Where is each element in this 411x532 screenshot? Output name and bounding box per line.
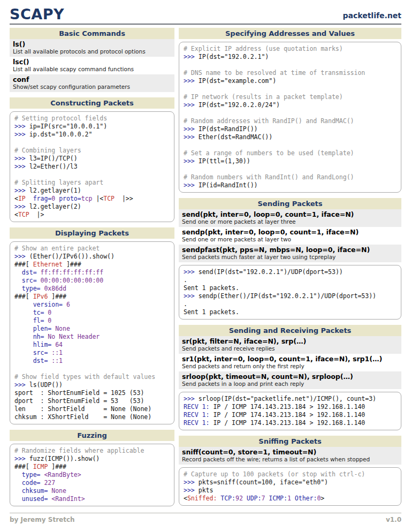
code-token: >>> — [14, 381, 29, 389]
code-token: 227 — [44, 479, 55, 487]
section-displaying-packets: Displaying Packets# Show an entire packe… — [10, 227, 174, 424]
code-token: IP(dst=RandIP()) — [199, 125, 258, 133]
code-token: Sent 1 packets. — [184, 284, 239, 292]
section-header-specifying-addresses-and-values: Specifying Addresses and Values — [179, 28, 401, 39]
code-line: ###[ Ethernet ]### — [14, 261, 170, 269]
code-token: RECV 1: — [184, 419, 209, 427]
code-token: 0 — [48, 309, 51, 316]
code-line: >>> Ether(dst=RandMAC()) — [184, 133, 397, 141]
code-token: src= — [22, 277, 37, 284]
code-token — [14, 471, 22, 478]
code-line — [14, 171, 170, 179]
code-block: # Show an entire packet>>> (Ether()/IPv6… — [10, 241, 174, 424]
code-line: Sent 1 packets. — [184, 284, 397, 292]
code-token: type= — [22, 285, 41, 292]
code-line: # Setting protocol fields — [14, 115, 170, 123]
code-token: IP(dst="example.com") — [199, 77, 276, 85]
command-name: sniff(count=0, store=1, timeout=N) — [182, 448, 398, 456]
code-token — [37, 277, 41, 284]
code-token: ###[ — [14, 463, 33, 470]
code-line: >>> srloop(IP(dst="packetlife.net")/ICMP… — [184, 395, 397, 403]
section-header-basic-commands: Basic Commands — [10, 28, 174, 39]
code-token: Sniffed: — [187, 495, 217, 502]
footer-author: by Jeremy Stretch — [10, 516, 75, 523]
code-token: # IP network (results in a packet templa… — [184, 93, 343, 101]
code-block: # Randomize fields where applicable>>> f… — [10, 444, 174, 506]
code-line: Sent 1 packets. — [184, 308, 397, 316]
cheatsheet-page: SCAPY packetlife.net Basic Commandsls()L… — [0, 0, 411, 523]
code-line: >>> IP(id=RandInt()) — [184, 181, 397, 189]
code-line: dport : ShortEnumField = 53 (53) — [14, 397, 170, 405]
code-token — [14, 333, 33, 340]
section-header-sniffing-packets: Sniffing Packets — [179, 436, 401, 447]
code-token: send(IP(dst="192.0.2.1")/UDP(dport=53)) — [199, 268, 343, 276]
code-token: l2.getlayer(1) — [29, 187, 81, 194]
command-row: srloop(pkt, timeout=N, count=N), srploop… — [179, 371, 401, 389]
section-fuzzing: Fuzzing# Randomize fields where applicab… — [10, 430, 174, 506]
code-line: hlim= 64 — [14, 341, 170, 349]
code-token — [14, 495, 22, 503]
code-line: fl= 0 — [14, 317, 170, 325]
code-line: <IP frag=0 proto=tcp |<TCP |>> — [14, 195, 170, 203]
code-token: >>> — [184, 101, 199, 109]
code-token: # Combining layers — [14, 147, 81, 154]
code-token: 0 — [48, 317, 51, 324]
code-token: src= — [33, 349, 48, 356]
code-token: pkts — [199, 487, 214, 494]
code-line: dst= ff:ff:ff:ff:ff:ff — [14, 269, 170, 277]
code-token: >>> — [14, 455, 29, 462]
command-description: Send packets much faster at layer two us… — [182, 254, 398, 261]
code-line: # Show an entire packet — [14, 245, 170, 253]
code-token: >>> — [14, 155, 29, 162]
code-line — [184, 109, 397, 117]
code-line: dst= ::1 — [14, 357, 170, 365]
code-token: ]### — [48, 293, 66, 300]
code-token: ICMP: — [269, 495, 287, 502]
code-block: >>> send(IP(dst="192.0.2.1")/UDP(dport=5… — [179, 265, 401, 320]
code-token: IP — [18, 195, 26, 202]
code-line: >>> IP(dst="192.0.2.1") — [184, 53, 397, 61]
code-token: sport : ShortEnumField = 1025 (53) — [14, 389, 144, 397]
code-token: >>> — [184, 292, 199, 300]
code-line: <TCP |> — [14, 211, 170, 219]
code-token — [14, 325, 33, 332]
code-line: >>> ip=IP(src="10.0.0.1") — [14, 123, 170, 131]
code-token: >>> — [184, 181, 199, 189]
code-token: ###[ — [14, 261, 33, 268]
columns-container: Basic Commandsls()List all available pro… — [10, 28, 401, 512]
code-token — [291, 495, 295, 502]
code-token: l3=IP()/TCP() — [29, 155, 78, 162]
code-token: pkts=sniff(count=100, iface="eth0") — [199, 478, 328, 486]
code-token: type= — [22, 471, 41, 478]
code-line: tc= 0 — [14, 309, 170, 317]
code-line: # Explicit IP address (use quotation mar… — [184, 45, 397, 53]
code-block: >>> srloop(IP(dst="packetlife.net")/ICMP… — [179, 392, 401, 430]
code-block: # Capture up to 100 packets (or stop wit… — [179, 467, 401, 506]
code-token: ls(UDP()) — [29, 381, 63, 389]
command-description: List all available scapy command functio… — [13, 66, 171, 73]
code-line: <Sniffed: TCP:92 UDP:7 ICMP:1 Other:0> — [184, 495, 397, 503]
code-token: >>> — [184, 77, 199, 85]
code-token: TCP: — [220, 495, 235, 502]
left-column: Basic Commandsls()List all available pro… — [10, 28, 174, 512]
command-row: sendp(pkt, inter=0, loop=0, count=1, ifa… — [179, 227, 401, 245]
command-row: sniff(count=0, store=1, timeout=N)Record… — [179, 447, 401, 465]
code-token: |> — [29, 211, 44, 218]
code-token: dst= — [22, 269, 37, 276]
code-line: >>> IP(dst="example.com") — [184, 77, 397, 85]
code-line: RECV 1: IP / ICMP 174.143.213.184 > 192.… — [184, 403, 397, 411]
code-token: Sent 1 packets. — [184, 308, 239, 316]
command-row: sr(pkt, filter=N, iface=N), srp(…)Send p… — [179, 336, 401, 354]
code-token: |>> — [115, 195, 133, 202]
code-token: > — [321, 495, 324, 502]
code-token: nh= — [33, 333, 44, 340]
code-token: >>> — [184, 478, 199, 486]
code-line: RECV 1: IP / ICMP 174.143.213.184 > 192.… — [184, 411, 397, 419]
code-token: IP / ICMP 174.143.213.184 > 192.168.1.14… — [209, 411, 365, 419]
code-line: >>> send(IP(dst="192.0.2.1")/UDP(dport=5… — [184, 268, 397, 276]
code-line: >>> sendp(Ether()/IP(dst="192.0.2.1")/UD… — [184, 292, 397, 300]
command-row: send(pkt, inter=0, loop=0, count=1, ifac… — [179, 209, 401, 227]
code-token: >>> — [14, 131, 29, 138]
code-token — [26, 195, 33, 202]
code-line: # Splitting layers apart — [14, 179, 170, 187]
